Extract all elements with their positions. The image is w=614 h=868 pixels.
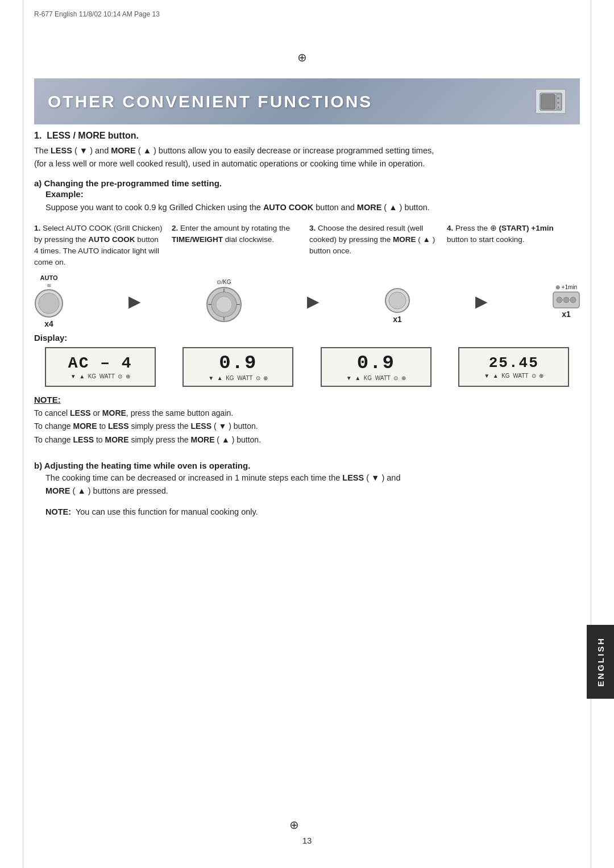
arrow2: ▶: [307, 292, 320, 311]
section1-heading: 1. LESS / MORE button.: [34, 131, 580, 141]
step2-text: 2. Enter the amount by rotating the TIME…: [167, 223, 305, 246]
auto-label: AUTO: [40, 274, 58, 281]
sub-b-section: b) Adjusting the heating time while oven…: [34, 461, 580, 519]
more-button-svg: [384, 287, 410, 314]
note-body: To cancel LESS or MORE, press the same b…: [34, 407, 580, 447]
sub-b-body1: The cooking time can be decreased or inc…: [45, 471, 580, 498]
display-panel-1: AC – 4 ▼ ▲ KG WATT ⊙ ⊕: [45, 347, 156, 387]
margin-line-right: [591, 0, 591, 868]
page-meta: R-677 English 11/8/02 10:14 AM Page 13: [34, 10, 160, 18]
device-step3: x1: [384, 278, 410, 324]
auto-cook-button-svg: [34, 289, 64, 318]
display-text-4: 25.45: [489, 354, 539, 372]
reg-mark-top: ⊕: [296, 51, 308, 64]
sub-a-example-body: Suppose you want to cook 0.9 kg Grilled …: [45, 201, 580, 214]
section1-body: The LESS ( ▼ ) and MORE ( ▲ ) buttons al…: [34, 144, 580, 170]
svg-point-3: [557, 97, 559, 99]
svg-point-18: [557, 297, 562, 303]
time-weight-dial-svg: [206, 286, 242, 323]
sub-a-example-heading: Example:: [45, 189, 580, 199]
display-panel-2: 0.9 ▼ ▲ KG WATT ⊙ ⊕: [182, 347, 293, 387]
svg-point-19: [563, 297, 569, 303]
svg-point-7: [39, 293, 59, 314]
title-banner: OTHER CONVENIENT FUNCTIONS: [34, 78, 580, 124]
step1-text: 1. Select AUTO COOK (Grill Chicken) by p…: [34, 223, 167, 269]
display-indicators-3: ▼ ▲ KG WATT ⊙ ⊕: [346, 375, 406, 381]
display-text-2: 0.9: [219, 352, 257, 374]
display-text-3: 0.9: [357, 352, 395, 374]
steps-text-row: 1. Select AUTO COOK (Grill Chicken) by p…: [34, 223, 580, 269]
devices-illustration-row: AUTO ≋ x4 ▶ ⊙/KG: [34, 274, 580, 328]
note-section: NOTE: To cancel LESS or MORE, press the …: [34, 395, 580, 447]
sub-a-heading: a) Changing the pre-programmed time sett…: [34, 178, 580, 188]
device-step1: AUTO ≋ x4: [34, 274, 64, 328]
arrow3: ▶: [475, 292, 488, 311]
display-section-label: Display:: [34, 333, 580, 343]
step3-text: 3. Choose the desired result (well cooke…: [305, 223, 442, 257]
svg-rect-1: [541, 94, 555, 109]
sub-b-note: NOTE: You can use this function for manu…: [45, 506, 580, 519]
svg-point-20: [570, 297, 576, 303]
step4-x-label: x1: [562, 310, 571, 319]
device-step4: ⊕ +1min x1: [553, 284, 580, 319]
display-indicators-2: ▼ ▲ KG WATT ⊙ ⊕: [208, 375, 268, 381]
page-number: 13: [302, 836, 312, 845]
device-step2: ⊙/KG: [206, 279, 242, 324]
svg-point-10: [216, 297, 232, 312]
page-title: OTHER CONVENIENT FUNCTIONS: [48, 92, 372, 111]
main-content: 1. LESS / MORE button. The LESS ( ▼ ) an…: [34, 131, 580, 527]
display-text-1: AC – 4: [68, 354, 132, 372]
display-panel-3: 0.9 ▼ ▲ KG WATT ⊙ ⊕: [321, 347, 432, 387]
step1-x-label: x4: [44, 319, 53, 328]
svg-point-4: [557, 102, 559, 104]
svg-point-5: [557, 106, 559, 108]
display-indicators-4: ▼ ▲ KG WATT ⊙ ⊕: [484, 373, 544, 379]
start-label: ⊕ +1min: [555, 284, 577, 290]
arrow1: ▶: [128, 292, 141, 311]
display-indicators-1: ▼ ▲ KG WATT ⊙ ⊕: [70, 373, 130, 379]
microwave-icon: [535, 89, 566, 114]
svg-point-16: [389, 292, 406, 309]
kg-label: ⊙/KG: [217, 279, 231, 285]
sub-b-heading: b) Adjusting the heating time while oven…: [34, 461, 580, 470]
display-row: AC – 4 ▼ ▲ KG WATT ⊙ ⊕ 0.9 ▼ ▲ KG WATT ⊙…: [34, 347, 580, 387]
start-button-svg: [553, 291, 580, 308]
display-panel-4: 25.45 ▼ ▲ KG WATT ⊙ ⊕: [458, 347, 569, 387]
note-title: NOTE:: [34, 395, 580, 404]
margin-line-left: [23, 0, 23, 868]
reg-mark-bottom: ⊕: [288, 819, 300, 831]
step3-x-label: x1: [393, 315, 402, 324]
english-tab: ENGLISH: [587, 625, 614, 699]
step4-text: 4. Press the ⊕ (START) +1min button to s…: [442, 223, 580, 246]
